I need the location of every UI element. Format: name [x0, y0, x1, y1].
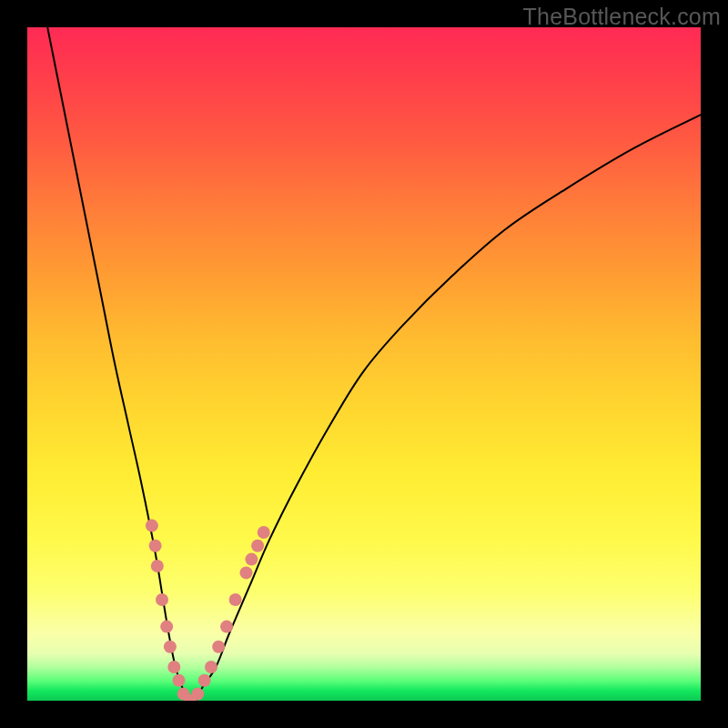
highlight-dot: [240, 566, 253, 579]
highlight-dot: [212, 641, 225, 653]
highlight-dot: [167, 661, 180, 673]
highlight-dot: [173, 674, 186, 687]
chart-frame: TheBottleneck.com: [0, 0, 728, 728]
curve-layer: [27, 27, 701, 701]
highlight-dot: [160, 621, 173, 633]
highlight-dot: [146, 520, 158, 532]
highlight-dot: [205, 661, 217, 673]
highlight-dot: [191, 688, 204, 701]
highlight-dot: [164, 641, 177, 653]
bottleneck-curve: [47, 27, 701, 701]
watermark-text: TheBottleneck.com: [523, 4, 721, 30]
highlight-dot: [229, 593, 242, 606]
plot-area: [27, 27, 701, 701]
highlight-dot: [258, 526, 270, 539]
highlight-dot: [151, 560, 164, 572]
highlight-dot: [156, 593, 168, 606]
highlight-dot: [245, 553, 258, 566]
highlight-dot: [149, 540, 162, 552]
highlight-dot: [220, 621, 233, 633]
highlight-dot: [198, 674, 211, 687]
highlight-dot: [251, 540, 264, 552]
